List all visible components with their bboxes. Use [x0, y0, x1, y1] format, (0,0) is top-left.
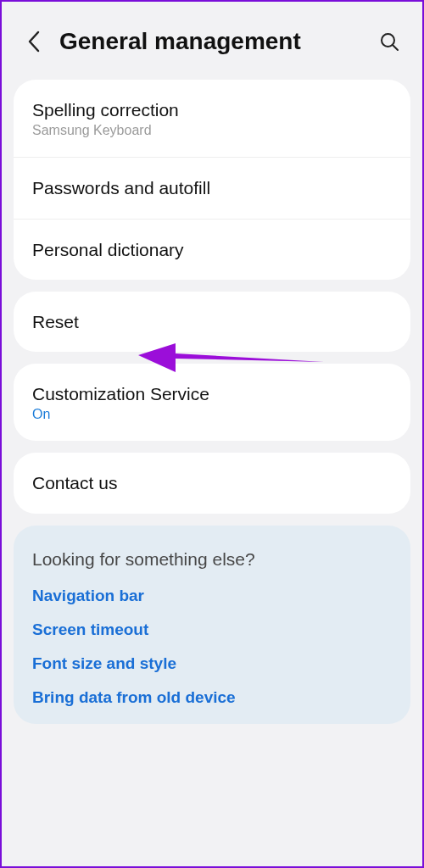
svg-line-1	[393, 45, 398, 50]
settings-group: Contact us	[14, 453, 410, 513]
row-passwords-autofill[interactable]: Passwords and autofill	[14, 157, 410, 218]
settings-group: Customization Service On	[14, 364, 410, 441]
row-label: Contact us	[32, 471, 392, 494]
search-icon	[379, 31, 399, 52]
suggestion-link-screen-timeout[interactable]: Screen timeout	[32, 620, 392, 639]
row-reset[interactable]: Reset	[14, 292, 410, 352]
suggestions-card: Looking for something else? Navigation b…	[14, 526, 410, 724]
header: General management	[14, 12, 410, 80]
suggestion-link-bring-data[interactable]: Bring data from old device	[32, 688, 392, 707]
row-sub: Samsung Keyboard	[32, 123, 392, 138]
row-label: Customization Service	[32, 382, 392, 405]
row-customization-service[interactable]: Customization Service On	[14, 364, 410, 441]
row-contact-us[interactable]: Contact us	[14, 453, 410, 513]
row-personal-dictionary[interactable]: Personal dictionary	[14, 219, 410, 280]
settings-group: Reset	[14, 292, 410, 352]
row-label: Passwords and autofill	[32, 176, 392, 199]
row-spelling-correction[interactable]: Spelling correction Samsung Keyboard	[14, 80, 410, 157]
back-button[interactable]	[20, 28, 47, 55]
row-sub: On	[32, 407, 392, 422]
row-label: Personal dictionary	[32, 238, 392, 261]
search-button[interactable]	[375, 27, 404, 56]
suggestion-link-font-size-style[interactable]: Font size and style	[32, 654, 392, 673]
suggestion-link-navigation-bar[interactable]: Navigation bar	[32, 587, 392, 605]
suggestions-title: Looking for something else?	[32, 549, 392, 570]
page-title: General management	[59, 28, 375, 55]
row-label: Spelling correction	[32, 98, 392, 121]
settings-group: Spelling correction Samsung Keyboard Pas…	[14, 80, 410, 280]
chevron-left-icon	[27, 31, 41, 53]
row-label: Reset	[32, 310, 392, 333]
